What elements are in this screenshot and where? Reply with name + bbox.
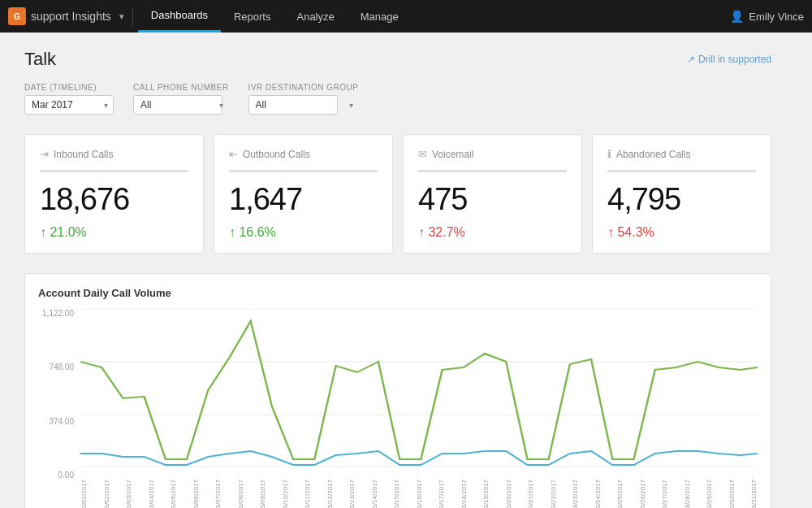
- inbound-line: [80, 321, 758, 459]
- outbound-icon: ⇤: [229, 148, 238, 160]
- logo-icon: G: [8, 7, 26, 25]
- phone-select[interactable]: All: [133, 95, 222, 115]
- y-label-mid2: 374.00: [38, 417, 74, 426]
- x-label: 03/11/2017: [304, 480, 311, 508]
- abandoned-calls-header: ℹ Abandoned Calls: [607, 148, 756, 160]
- y-label-mid1: 748.00: [38, 363, 74, 371]
- inbound-calls-value: 18,676: [40, 182, 188, 217]
- voicemail-value: 475: [418, 182, 567, 217]
- inbound-calls-change: ↑ 21.0%: [40, 225, 188, 240]
- x-label: 03/14/2017: [371, 480, 378, 508]
- main-content: Talk ↗ Drill in supported DATE (TIMELINE…: [0, 33, 812, 508]
- ivr-select-wrapper: All: [248, 95, 359, 115]
- ivr-select[interactable]: All: [248, 95, 338, 115]
- x-label: 03/27/2017: [661, 480, 668, 508]
- x-label: 03/02/2017: [103, 480, 110, 508]
- x-label: 03/22/2017: [550, 480, 557, 508]
- drill-icon: ↗: [687, 54, 695, 65]
- nav-item-analyze[interactable]: Analyze: [283, 0, 347, 33]
- x-axis: 03/01/2017 03/02/2017 03/03/2017 03/04/2…: [80, 480, 758, 508]
- voicemail-header: ✉ Voicemail: [418, 148, 567, 160]
- chart-section: Account Daily Call Volume 1,122.00 748.0…: [24, 273, 771, 508]
- y-label-top: 1,122.00: [38, 309, 74, 318]
- voicemail-label: Voicemail: [432, 149, 473, 160]
- nav-item-manage[interactable]: Manage: [348, 0, 412, 33]
- inbound-calls-card: ⇥ Inbound Calls 18,676 ↑ 21.0%: [24, 134, 204, 254]
- x-label: 03/17/2017: [438, 480, 445, 508]
- x-label: 03/16/2017: [416, 480, 423, 508]
- chart-container: 1,122.00 748.00 374.00 0.00: [38, 309, 758, 480]
- page-title: Talk: [24, 49, 56, 70]
- nav-item-reports[interactable]: Reports: [221, 0, 284, 33]
- drill-link-text: Drill in supported: [698, 54, 771, 65]
- abandoned-icon: ℹ: [607, 148, 611, 160]
- abandoned-calls-change: ↑ 54.3%: [607, 225, 756, 240]
- chart-svg: [80, 309, 758, 467]
- chart-title: Account Daily Call Volume: [38, 287, 758, 299]
- inbound-calls-label: Inbound Calls: [54, 149, 113, 160]
- x-label: 03/21/2017: [527, 480, 534, 508]
- x-label: 03/24/2017: [594, 480, 602, 508]
- x-label: 03/04/2017: [148, 480, 155, 508]
- filters: DATE (TIMELINE) Mar 2017 CALL PHONE NUMB…: [24, 83, 771, 115]
- x-label: 03/01/2017: [80, 480, 88, 508]
- x-label: 03/03/2017: [125, 480, 132, 508]
- x-label: 03/26/2017: [639, 480, 646, 508]
- nav-divider: [132, 7, 133, 26]
- y-axis: 1,122.00 748.00 374.00 0.00: [38, 309, 77, 480]
- x-label: 03/09/2017: [259, 480, 266, 508]
- x-label: 03/31/2017: [750, 480, 758, 508]
- page-header: Talk ↗ Drill in supported: [24, 49, 771, 70]
- x-label: 03/28/2017: [684, 480, 691, 508]
- x-label: 03/07/2017: [214, 480, 222, 508]
- x-label: 03/19/2017: [482, 480, 490, 508]
- metric-cards: ⇥ Inbound Calls 18,676 ↑ 21.0% ⇤ Outboun…: [24, 134, 771, 254]
- outbound-calls-header: ⇤ Outbound Calls: [229, 148, 378, 160]
- user-menu[interactable]: 👤 Emily Vince: [730, 10, 804, 23]
- voicemail-icon: ✉: [418, 148, 427, 160]
- voicemail-card: ✉ Voicemail 475 ↑ 32.7%: [403, 134, 582, 254]
- ivr-filter-group: IVR DESTINATION GROUP All: [248, 83, 359, 115]
- inbound-icon: ⇥: [40, 148, 49, 160]
- x-label: 03/05/2017: [170, 480, 177, 508]
- x-label: 03/20/2017: [505, 480, 512, 508]
- drill-link[interactable]: ↗ Drill in supported: [687, 54, 771, 65]
- abandoned-calls-label: Abandoned Calls: [616, 149, 690, 160]
- x-label: 03/30/2017: [728, 480, 736, 508]
- logo[interactable]: G support Insights: [8, 7, 111, 25]
- x-label: 03/08/2017: [237, 480, 244, 508]
- navigation: G support Insights ▾ Dashboards Reports …: [0, 0, 812, 33]
- x-label: 03/23/2017: [572, 480, 579, 508]
- app-dropdown-button[interactable]: ▾: [116, 10, 127, 24]
- phone-filter-label: CALL PHONE NUMBER: [133, 83, 229, 92]
- x-label: 03/18/2017: [460, 480, 468, 508]
- outbound-calls-change: ↑ 16.6%: [229, 225, 378, 240]
- x-label: 03/13/2017: [348, 480, 356, 508]
- x-label: 03/15/2017: [393, 480, 400, 508]
- nav-items: Dashboards Reports Analyze Manage: [138, 0, 730, 33]
- phone-filter-group: CALL PHONE NUMBER All: [133, 83, 229, 115]
- user-icon: 👤: [730, 10, 744, 23]
- outbound-calls-card: ⇤ Outbound Calls 1,647 ↑ 16.6%: [214, 134, 393, 254]
- app-name: support Insights: [31, 10, 111, 23]
- x-label: 03/06/2017: [192, 480, 200, 508]
- date-select[interactable]: Mar 2017: [24, 95, 114, 115]
- inbound-calls-header: ⇥ Inbound Calls: [40, 148, 188, 160]
- outbound-calls-value: 1,647: [229, 182, 378, 217]
- abandoned-calls-value: 4,795: [607, 182, 756, 217]
- x-label: 03/10/2017: [282, 480, 289, 508]
- ivr-filter-label: IVR DESTINATION GROUP: [248, 83, 359, 92]
- user-name: Emily Vince: [749, 11, 804, 23]
- outbound-line: [80, 451, 758, 465]
- voicemail-change: ↑ 32.7%: [418, 225, 567, 240]
- y-label-bottom: 0.00: [38, 471, 74, 480]
- x-label: 03/12/2017: [326, 480, 334, 508]
- x-label: 03/25/2017: [616, 480, 624, 508]
- abandoned-calls-card: ℹ Abandoned Calls 4,795 ↑ 54.3%: [592, 134, 771, 254]
- date-filter-label: DATE (TIMELINE): [24, 83, 114, 92]
- outbound-calls-label: Outbound Calls: [243, 149, 310, 160]
- date-select-wrapper: Mar 2017: [24, 95, 114, 115]
- x-label: 03/29/2017: [706, 480, 713, 508]
- nav-item-dashboards[interactable]: Dashboards: [138, 0, 221, 33]
- date-filter-group: DATE (TIMELINE) Mar 2017: [24, 83, 114, 115]
